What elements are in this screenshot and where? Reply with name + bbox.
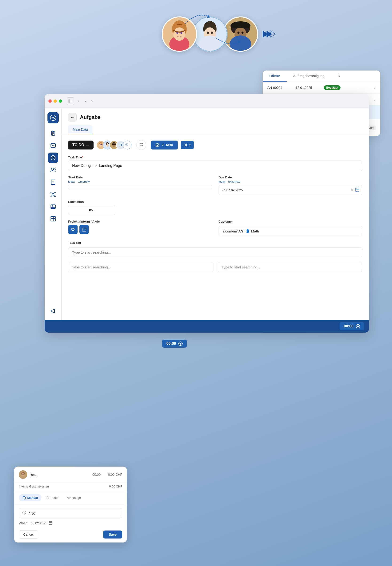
dates-row: Start Date today tomorrow Due Date today (68, 176, 362, 195)
right-panel-tabs: Offerte Auftragsbestatigung R (263, 71, 380, 82)
row2-chevron: › (374, 97, 376, 102)
start-date-input[interactable] (68, 185, 212, 190)
svg-point-103 (24, 474, 24, 475)
calendar-button[interactable] (79, 225, 89, 234)
task-title-label-text: Task Title (68, 156, 82, 159)
close-button[interactable] (48, 99, 52, 103)
nav-forward[interactable]: › (90, 98, 94, 105)
search-input-2[interactable] (218, 262, 362, 272)
svg-point-81 (112, 143, 116, 147)
project-label: Projekt (intern) / Aktiv (68, 220, 212, 223)
task-btn-label: ✓ Task (161, 143, 173, 147)
task-tag-input[interactable] (68, 247, 362, 257)
today-shortcut[interactable]: today (68, 180, 75, 183)
sidebar-logo[interactable] (47, 112, 59, 123)
settings-arrow: ▾ (189, 143, 191, 147)
when-calendar-icon[interactable] (49, 521, 52, 525)
settings-button[interactable]: ▾ (181, 141, 194, 149)
svg-rect-41 (51, 144, 56, 147)
time-popup-header: You 00:00 0.00 CHF (14, 467, 127, 483)
due-today-shortcut[interactable]: today (219, 180, 225, 183)
content-body: TO DO +1 (62, 134, 369, 278)
tab-main-data[interactable]: Main Data (68, 125, 93, 134)
estimation-input[interactable] (68, 205, 115, 215)
task-tag-row: Task Tag (68, 241, 362, 257)
minimize-button[interactable] (54, 99, 57, 103)
due-date-input[interactable]: Fr, 07.02.2025 ✕ (219, 185, 362, 195)
sidebar-item-table[interactable] (48, 201, 58, 212)
tab-timer[interactable]: Timer (42, 494, 63, 501)
sidebar-item-mail[interactable] (48, 140, 58, 151)
sidebar-item-timer[interactable] (48, 153, 58, 163)
due-tomorrow-shortcut[interactable]: tomorrow (228, 180, 240, 183)
tab-r[interactable]: R (331, 71, 347, 82)
refresh-button[interactable] (68, 225, 78, 234)
svg-point-83 (114, 144, 115, 145)
view-options: ▾ (78, 99, 79, 103)
svg-rect-36 (52, 131, 55, 135)
due-date-calendar[interactable] (355, 187, 359, 193)
save-button[interactable]: Save (103, 531, 122, 538)
todo-status[interactable]: TO DO (68, 141, 94, 150)
window-body: ← Aufgabe Main Data TO DO (45, 108, 369, 320)
svg-point-18 (241, 31, 243, 34)
task-button[interactable]: ✓ Task (151, 141, 178, 150)
user-avatar (19, 470, 27, 479)
panel-row-1: AN-00004 12.01.2025 Bestätigt › (263, 82, 380, 94)
task-title-label: Task Title* (68, 156, 362, 159)
project-actions (68, 225, 212, 234)
sidebar-item-network[interactable] (48, 189, 58, 199)
tomorrow-shortcut[interactable]: tomorrow (78, 180, 90, 183)
add-assignee-button[interactable] (123, 141, 132, 150)
svg-rect-65 (53, 216, 56, 219)
tab-offerte[interactable]: Offerte (263, 71, 287, 82)
inline-record-button[interactable] (178, 341, 182, 346)
sidebar-item-megaphone[interactable] (48, 306, 58, 316)
sidebar-item-users[interactable] (48, 165, 58, 175)
svg-point-77 (106, 144, 107, 145)
svg-point-53 (51, 196, 52, 197)
svg-point-3 (173, 28, 185, 41)
gesamtkosten-row: Interne Gesamtkosten 0.00 CHF (14, 483, 127, 491)
timer-display[interactable]: 00:00 (340, 322, 364, 330)
tab-auftragsbestatigung[interactable]: Auftragsbestatigung (287, 71, 331, 82)
svg-rect-95 (82, 228, 86, 231)
flag-button[interactable] (136, 140, 146, 150)
main-content: ← Aufgabe Main Data TO DO (62, 108, 369, 320)
inline-record-dot (180, 343, 181, 345)
window-titlebar: ▾ ‹ › (45, 94, 369, 108)
maximize-button[interactable] (59, 99, 62, 103)
sidebar-item-clipboard[interactable] (48, 128, 58, 139)
time-input-row[interactable]: 4:30 (19, 508, 122, 518)
task-title-input[interactable] (68, 161, 362, 171)
content-tabs: Main Data (68, 125, 362, 134)
svg-rect-89 (355, 188, 359, 191)
timer-record-button[interactable] (356, 324, 360, 328)
sidebar-item-book[interactable] (48, 177, 58, 187)
sidebar-item-grid[interactable] (48, 214, 58, 224)
estimation-label: Estimation (68, 200, 362, 204)
cancel-button[interactable]: Cancel (19, 530, 38, 539)
search-input-1[interactable] (68, 262, 213, 272)
sidebar-toggle[interactable] (67, 97, 74, 105)
tab-range[interactable]: Range (63, 494, 84, 501)
due-date-clear[interactable]: ✕ (350, 188, 353, 192)
row1-chevron: › (374, 85, 376, 90)
back-button[interactable]: ← (68, 113, 77, 122)
nav-back[interactable]: ‹ (84, 98, 88, 105)
due-date-value: Fr, 07.02.2025 (222, 188, 348, 192)
clock-icon (22, 511, 26, 515)
inline-timer[interactable]: 00:00 (162, 340, 187, 348)
svg-point-101 (22, 473, 25, 476)
two-col-row: Projekt (intern) / Aktiv Customer (68, 220, 362, 236)
svg-point-17 (237, 31, 239, 34)
user-name: You (30, 473, 90, 477)
svg-rect-37 (52, 131, 54, 132)
tab-manual[interactable]: Manual (19, 494, 42, 501)
range-label: Range (72, 496, 81, 499)
customer-input[interactable] (219, 226, 362, 236)
svg-marker-94 (71, 230, 72, 231)
svg-point-73 (101, 144, 102, 145)
svg-point-71 (99, 143, 102, 147)
when-label: When: (19, 521, 28, 525)
